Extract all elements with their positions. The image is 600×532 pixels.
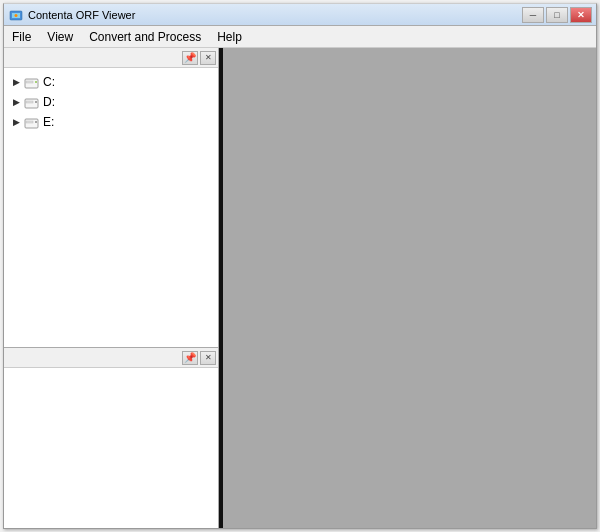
tree-arrow-e: ▶ xyxy=(10,116,22,128)
tree-arrow-d: ▶ xyxy=(10,96,22,108)
properties-toolbar: 📌 ✕ xyxy=(4,348,218,368)
menu-convert[interactable]: Convert and Process xyxy=(81,26,209,47)
menu-view[interactable]: View xyxy=(39,26,81,47)
maximize-button[interactable]: □ xyxy=(546,7,568,23)
edge-strip xyxy=(219,48,223,528)
main-window: Contenta ORF Viewer ─ □ ✕ File View Conv… xyxy=(3,3,597,529)
menu-help[interactable]: Help xyxy=(209,26,250,47)
svg-rect-3 xyxy=(25,79,38,88)
svg-rect-10 xyxy=(26,121,33,123)
properties-panel: 📌 ✕ xyxy=(4,348,218,528)
tree-label-d: D: xyxy=(43,95,55,109)
svg-rect-9 xyxy=(25,119,38,128)
svg-point-2 xyxy=(15,14,18,17)
menu-file[interactable]: File xyxy=(4,26,39,47)
drive-icon-d xyxy=(24,94,40,110)
tree-item-d[interactable]: ▶ D: xyxy=(6,92,216,112)
main-content: 📌 ✕ ▶ C: xyxy=(4,48,596,528)
title-bar: Contenta ORF Viewer ─ □ ✕ xyxy=(4,4,596,26)
drive-icon-c xyxy=(24,74,40,90)
svg-point-8 xyxy=(35,101,37,103)
tree-label-c: C: xyxy=(43,75,55,89)
svg-point-11 xyxy=(35,121,37,123)
menu-bar: File View Convert and Process Help xyxy=(4,26,596,48)
image-viewer-panel xyxy=(219,48,596,528)
app-icon xyxy=(8,7,24,23)
svg-point-5 xyxy=(35,81,37,83)
window-controls: ─ □ ✕ xyxy=(522,7,592,23)
svg-rect-7 xyxy=(26,101,33,103)
close-panel-top-button[interactable]: ✕ xyxy=(200,51,216,65)
file-tree-toolbar: 📌 ✕ xyxy=(4,48,218,68)
tree-arrow-c: ▶ xyxy=(10,76,22,88)
tree-item-c[interactable]: ▶ C: xyxy=(6,72,216,92)
window-title: Contenta ORF Viewer xyxy=(28,9,522,21)
left-panel: 📌 ✕ ▶ C: xyxy=(4,48,219,528)
drive-icon-e xyxy=(24,114,40,130)
pin-button-bottom[interactable]: 📌 xyxy=(182,351,198,365)
close-panel-bottom-button[interactable]: ✕ xyxy=(200,351,216,365)
tree-item-e[interactable]: ▶ E: xyxy=(6,112,216,132)
pin-button-top[interactable]: 📌 xyxy=(182,51,198,65)
file-tree-panel: 📌 ✕ ▶ C: xyxy=(4,48,218,348)
svg-rect-4 xyxy=(26,81,33,83)
minimize-button[interactable]: ─ xyxy=(522,7,544,23)
tree-label-e: E: xyxy=(43,115,54,129)
properties-content xyxy=(4,368,218,528)
close-button[interactable]: ✕ xyxy=(570,7,592,23)
image-viewer-content xyxy=(219,48,596,528)
svg-rect-6 xyxy=(25,99,38,108)
file-tree[interactable]: ▶ C: ▶ xyxy=(4,68,218,347)
